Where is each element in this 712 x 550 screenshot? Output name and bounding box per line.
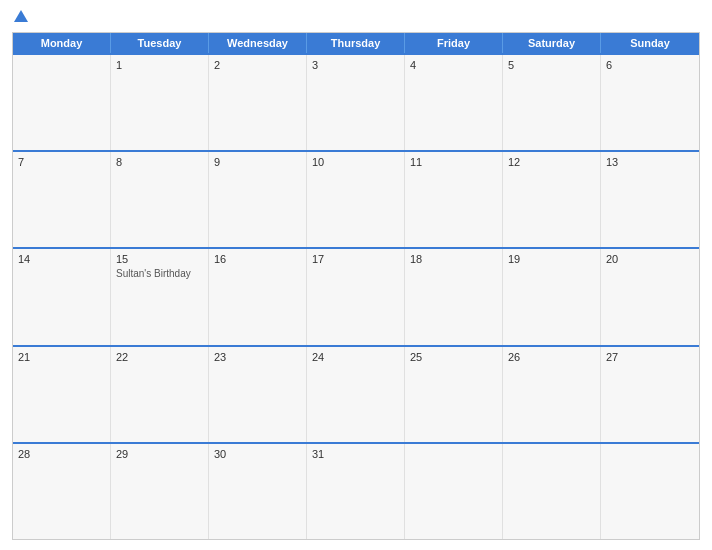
day-number: 5 [508, 59, 595, 71]
day-number: 26 [508, 351, 595, 363]
day-number: 4 [410, 59, 497, 71]
cal-cell: 3 [307, 55, 405, 150]
day-number: 19 [508, 253, 595, 265]
day-number: 8 [116, 156, 203, 168]
day-number: 7 [18, 156, 105, 168]
cal-header-tuesday: Tuesday [111, 33, 209, 53]
day-number: 10 [312, 156, 399, 168]
cal-cell: 21 [13, 347, 111, 442]
header [12, 10, 700, 24]
day-number: 31 [312, 448, 399, 460]
day-number: 3 [312, 59, 399, 71]
cal-header-thursday: Thursday [307, 33, 405, 53]
day-number: 24 [312, 351, 399, 363]
cal-cell: 20 [601, 249, 699, 344]
cal-cell: 22 [111, 347, 209, 442]
day-number: 18 [410, 253, 497, 265]
day-number: 20 [606, 253, 694, 265]
day-number: 25 [410, 351, 497, 363]
cal-cell: 12 [503, 152, 601, 247]
calendar-header-row: MondayTuesdayWednesdayThursdayFridaySatu… [13, 33, 699, 53]
cal-week-2: 78910111213 [13, 150, 699, 247]
cal-cell: 1 [111, 55, 209, 150]
day-number: 17 [312, 253, 399, 265]
day-number: 28 [18, 448, 105, 460]
calendar: MondayTuesdayWednesdayThursdayFridaySatu… [12, 32, 700, 540]
cal-cell [405, 444, 503, 539]
cal-header-monday: Monday [13, 33, 111, 53]
cal-week-5: 28293031 [13, 442, 699, 539]
day-number: 6 [606, 59, 694, 71]
page: MondayTuesdayWednesdayThursdayFridaySatu… [0, 0, 712, 550]
cal-header-saturday: Saturday [503, 33, 601, 53]
day-number: 29 [116, 448, 203, 460]
cal-cell: 15Sultan's Birthday [111, 249, 209, 344]
cal-week-1: 123456 [13, 53, 699, 150]
cal-cell: 9 [209, 152, 307, 247]
day-number: 1 [116, 59, 203, 71]
cal-cell: 5 [503, 55, 601, 150]
cal-cell: 27 [601, 347, 699, 442]
cal-cell: 10 [307, 152, 405, 247]
logo-triangle-icon [14, 10, 28, 22]
cal-cell: 11 [405, 152, 503, 247]
cal-cell: 14 [13, 249, 111, 344]
cal-cell [503, 444, 601, 539]
cal-cell: 16 [209, 249, 307, 344]
cal-cell: 13 [601, 152, 699, 247]
cal-cell: 25 [405, 347, 503, 442]
cal-cell: 6 [601, 55, 699, 150]
cal-cell: 23 [209, 347, 307, 442]
day-number: 2 [214, 59, 301, 71]
day-number: 15 [116, 253, 203, 265]
cal-cell: 4 [405, 55, 503, 150]
cal-cell: 18 [405, 249, 503, 344]
cal-cell [601, 444, 699, 539]
day-number: 12 [508, 156, 595, 168]
cal-week-4: 21222324252627 [13, 345, 699, 442]
cal-cell: 24 [307, 347, 405, 442]
cal-cell: 8 [111, 152, 209, 247]
cal-header-sunday: Sunday [601, 33, 699, 53]
cal-cell: 29 [111, 444, 209, 539]
calendar-body: 123456789101112131415Sultan's Birthday16… [13, 53, 699, 539]
cal-cell: 28 [13, 444, 111, 539]
cal-week-3: 1415Sultan's Birthday1617181920 [13, 247, 699, 344]
day-number: 14 [18, 253, 105, 265]
cal-cell: 26 [503, 347, 601, 442]
day-number: 9 [214, 156, 301, 168]
cal-cell: 2 [209, 55, 307, 150]
day-number: 11 [410, 156, 497, 168]
cal-cell: 17 [307, 249, 405, 344]
cal-header-friday: Friday [405, 33, 503, 53]
cal-cell [13, 55, 111, 150]
day-number: 21 [18, 351, 105, 363]
cal-cell: 7 [13, 152, 111, 247]
day-number: 30 [214, 448, 301, 460]
cal-header-wednesday: Wednesday [209, 33, 307, 53]
day-number: 16 [214, 253, 301, 265]
day-number: 27 [606, 351, 694, 363]
cal-cell: 30 [209, 444, 307, 539]
day-number: 23 [214, 351, 301, 363]
logo [12, 10, 28, 24]
cal-cell: 31 [307, 444, 405, 539]
event-text: Sultan's Birthday [116, 267, 203, 280]
day-number: 13 [606, 156, 694, 168]
cal-cell: 19 [503, 249, 601, 344]
day-number: 22 [116, 351, 203, 363]
